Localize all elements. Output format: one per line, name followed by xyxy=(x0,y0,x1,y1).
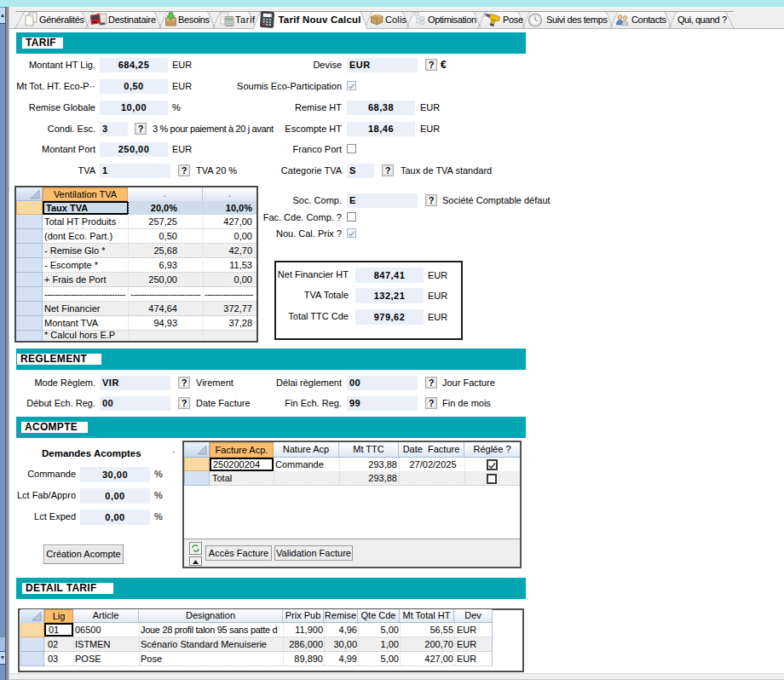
svg-text:Pose: Pose xyxy=(503,14,523,25)
svg-text:Suivi des temps: Suivi des temps xyxy=(546,14,608,25)
svg-text:Généralités: Généralités xyxy=(39,14,85,25)
svg-text:Destinataire: Destinataire xyxy=(108,14,156,25)
svg-text:Besoins: Besoins xyxy=(178,14,210,25)
svg-text:Contacts: Contacts xyxy=(631,14,667,25)
svg-text:Tarif Nouv Calcul: Tarif Nouv Calcul xyxy=(279,14,361,25)
svg-text:Colis: Colis xyxy=(385,14,407,25)
svg-text:Qui, quand ?: Qui, quand ? xyxy=(677,14,727,25)
svg-text:Optimisation: Optimisation xyxy=(428,14,476,25)
svg-text:Tarif: Tarif xyxy=(235,14,256,25)
